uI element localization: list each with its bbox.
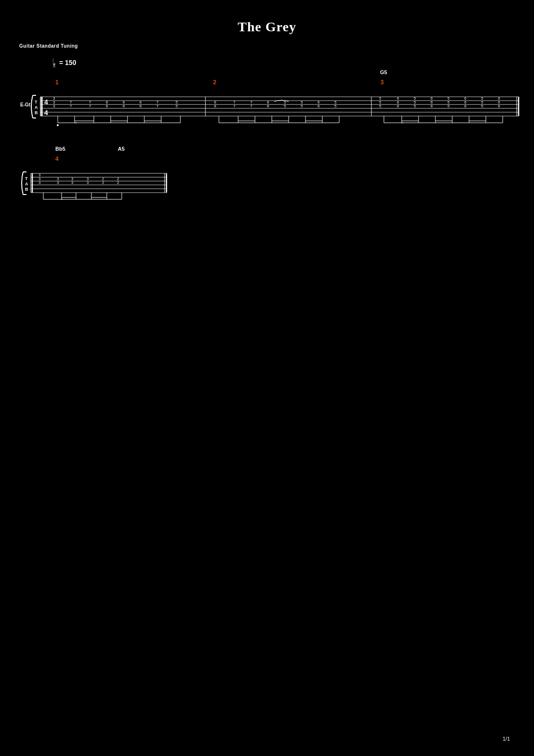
tab-staff-1: E-Gt T A B 4 — [19, 88, 520, 131]
page-number: 1/1 — [503, 736, 510, 742]
svg-text:6: 6 — [123, 104, 125, 108]
svg-text:7: 7 — [156, 104, 159, 108]
svg-text:7: 7 — [233, 104, 236, 108]
svg-text:A: A — [25, 182, 28, 186]
svg-text:A: A — [35, 105, 38, 110]
tempo-value: = 150 — [59, 59, 76, 66]
svg-text:6: 6 — [214, 104, 216, 108]
svg-text:6: 6 — [267, 104, 269, 108]
tab-staff-2: T A B 3 3 3 3 — [19, 165, 168, 208]
score-area: 𝅗𝅥S = 150 G5 1 2 3 E-Gt — [19, 57, 515, 208]
svg-text:4: 4 — [44, 98, 48, 106]
svg-text:2: 2 — [117, 181, 119, 185]
system-1: G5 1 2 3 E-Gt T A B — [19, 69, 515, 131]
svg-text:4: 4 — [44, 109, 48, 117]
svg-text:7: 7 — [250, 104, 253, 108]
measure-num-1: 1 — [55, 79, 59, 86]
svg-point-131 — [57, 124, 59, 126]
svg-text:B: B — [25, 187, 28, 192]
svg-text:7: 7 — [70, 104, 72, 108]
svg-text:5: 5 — [284, 104, 286, 108]
svg-text:B: B — [35, 110, 38, 115]
svg-text:6: 6 — [106, 104, 108, 108]
svg-text:6: 6 — [498, 104, 500, 108]
tuning-label: Guitar Standard Tuning — [19, 43, 515, 49]
svg-text:T: T — [25, 176, 28, 181]
svg-text:3: 3 — [53, 104, 55, 108]
chord-label-bb5: Bb5 — [55, 146, 65, 152]
svg-text:6: 6 — [397, 104, 399, 108]
svg-text:5: 5 — [301, 104, 303, 108]
svg-text:5: 5 — [379, 104, 381, 108]
page: The Grey Guitar Standard Tuning 𝅗𝅥S = 15… — [0, 0, 534, 756]
measure-num-2: 2 — [213, 79, 216, 86]
svg-text:5: 5 — [414, 104, 416, 108]
svg-text:7: 7 — [89, 104, 91, 108]
svg-text:2: 2 — [102, 181, 104, 185]
svg-text:5: 5 — [176, 104, 178, 108]
svg-text:5: 5 — [334, 104, 337, 108]
svg-text:6: 6 — [318, 104, 320, 108]
tempo-note: 𝅗𝅥S — [53, 57, 55, 68]
svg-text:5: 5 — [481, 104, 483, 108]
measure-num-4: 4 — [55, 156, 59, 162]
measure-num-3: 3 — [381, 79, 384, 86]
page-title: The Grey — [19, 19, 515, 35]
svg-text:5: 5 — [447, 104, 450, 108]
chord-label-g5: G5 — [380, 69, 387, 75]
svg-text:6: 6 — [431, 104, 433, 108]
svg-text:T: T — [35, 100, 38, 104]
svg-text:3: 3 — [38, 181, 41, 185]
svg-text:3: 3 — [57, 181, 59, 185]
system-2: Bb5 A5 4 T A B — [19, 146, 515, 208]
tempo-line: 𝅗𝅥S = 150 — [53, 57, 515, 68]
svg-text:6: 6 — [140, 104, 142, 108]
svg-text:E-Gt: E-Gt — [20, 102, 31, 107]
svg-text:6: 6 — [464, 104, 467, 108]
svg-text:3: 3 — [71, 181, 74, 185]
svg-text:3: 3 — [87, 181, 89, 185]
chord-label-a5: A5 — [118, 146, 125, 152]
